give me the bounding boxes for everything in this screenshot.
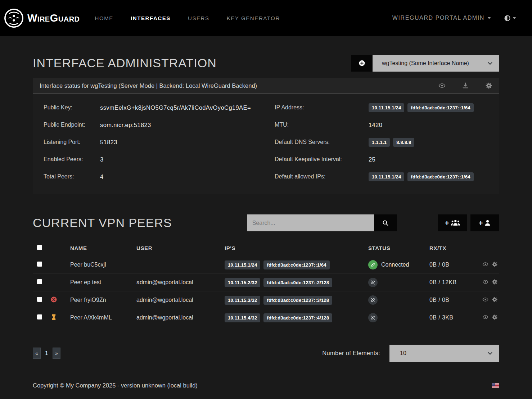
detail-value: som.nicr.ep:51823 bbox=[100, 122, 151, 128]
interface-status-card-header: Interface status for wgTesting (Server M… bbox=[33, 78, 499, 94]
peer-select-checkbox[interactable] bbox=[37, 297, 42, 302]
interface-detail-row: Default DNS Servers:1.1.1.18.8.8.8 bbox=[266, 133, 493, 151]
eye-icon[interactable] bbox=[438, 82, 446, 89]
peer-select-checkbox[interactable] bbox=[37, 279, 42, 284]
search-button[interactable] bbox=[374, 214, 397, 231]
gear-icon[interactable] bbox=[492, 314, 498, 320]
add-peers-icon bbox=[451, 219, 460, 226]
download-icon[interactable] bbox=[462, 82, 469, 89]
column-header-ips[interactable]: IP'S bbox=[225, 240, 368, 256]
peer-name: Peer A/Xk4mML bbox=[70, 309, 136, 327]
eye-icon[interactable] bbox=[482, 296, 488, 303]
peer-user: admin@wgportal.local bbox=[136, 274, 225, 291]
value-badge: 1.1.1.1 bbox=[369, 138, 390, 147]
add-multiple-peers-button[interactable]: + bbox=[438, 214, 467, 231]
peers-section-title: CURRENT VPN PEERS bbox=[33, 216, 172, 230]
eye-icon[interactable] bbox=[482, 261, 488, 267]
gear-icon[interactable] bbox=[492, 261, 498, 267]
value-badge: 8.8.8.8 bbox=[393, 138, 414, 147]
gear-icon[interactable] bbox=[492, 296, 498, 303]
brand-text: WireGuard bbox=[27, 12, 80, 24]
detail-value: 25 bbox=[369, 156, 375, 163]
value-badge: 10.11.15.1/24 bbox=[369, 103, 404, 112]
peer-rxtx: 0B / 3KB bbox=[429, 309, 478, 327]
link-slash-icon bbox=[368, 278, 378, 287]
peer-row: Peer ep testadmin@wgportal.local10.11.15… bbox=[33, 274, 499, 291]
detail-value: 1420 bbox=[369, 122, 382, 128]
elements-count-select[interactable]: 10 bbox=[389, 345, 499, 362]
detail-label: Default allowed IPs: bbox=[275, 173, 369, 180]
gear-icon[interactable] bbox=[485, 82, 492, 89]
table-header-row: NAME USER IP'S STATUS RX/TX bbox=[33, 240, 499, 256]
copyright-text: Copyright © My Company 2025 - version un… bbox=[33, 382, 198, 389]
chevron-down-icon bbox=[487, 62, 493, 65]
detail-label: Public Endpoint: bbox=[44, 122, 100, 128]
plus-circle-icon bbox=[359, 60, 365, 67]
nav-item-users[interactable]: USERS bbox=[188, 15, 209, 21]
column-header-name[interactable]: NAME bbox=[70, 240, 136, 256]
peer-name: Peer ep test bbox=[70, 274, 136, 291]
column-header-rxtx[interactable]: RX/TX bbox=[429, 240, 478, 256]
column-header-user[interactable]: USER bbox=[136, 240, 225, 256]
eye-icon[interactable] bbox=[482, 314, 488, 320]
interface-status-title: Interface status for wgTesting (Server M… bbox=[40, 82, 257, 89]
pagination-next-button[interactable]: » bbox=[53, 348, 60, 359]
detail-value: 51823 bbox=[100, 139, 117, 146]
navbar-right: WIREGUARD PORTAL ADMIN bbox=[392, 15, 516, 22]
link-icon bbox=[368, 260, 378, 269]
circle-half-theme-icon bbox=[504, 15, 511, 22]
pagination-current-page: 1 bbox=[45, 350, 48, 357]
user-menu-label: WIREGUARD PORTAL ADMIN bbox=[392, 15, 484, 21]
peer-select-checkbox[interactable] bbox=[37, 314, 42, 319]
peer-table-body: Peer buC5cxjl10.11.15.1/24fdfd:d3ad:c0de… bbox=[33, 256, 499, 327]
hourglass-icon bbox=[50, 314, 57, 321]
gear-icon[interactable] bbox=[492, 279, 498, 285]
peer-name: Peer buC5cxjl bbox=[70, 256, 136, 274]
detail-label: Default Keepalive Interval: bbox=[275, 156, 369, 163]
interface-status-card: Interface status for wgTesting (Server M… bbox=[33, 78, 499, 194]
interface-detail-row: Listening Port:51823 bbox=[39, 133, 266, 151]
ban-icon bbox=[50, 296, 57, 303]
eye-icon[interactable] bbox=[482, 279, 488, 285]
search-input[interactable] bbox=[247, 214, 374, 231]
link-slash-icon bbox=[368, 295, 378, 305]
add-interface-button[interactable] bbox=[351, 55, 373, 72]
peer-select-checkbox[interactable] bbox=[37, 262, 42, 267]
detail-label: Enabled Peers: bbox=[44, 156, 100, 163]
add-peer-button[interactable]: + bbox=[470, 214, 499, 231]
pagination-prev-button[interactable]: « bbox=[33, 348, 41, 359]
interface-detail-row: Default Keepalive Interval:25 bbox=[266, 151, 493, 168]
nav-item-home[interactable]: HOME bbox=[95, 15, 113, 21]
peer-rxtx: 0B / 12KB bbox=[429, 274, 478, 291]
detail-value: 3 bbox=[100, 156, 104, 163]
pagination: « 1 » bbox=[33, 348, 60, 359]
peer-ips: 10.11.15.2/32fdfd:d3ad:c0de:1237::2/128 bbox=[225, 274, 368, 291]
theme-toggle-dropdown[interactable] bbox=[504, 15, 516, 22]
ip-badge: fdfd:d3ad:c0de:1237::4/128 bbox=[263, 313, 332, 322]
value-badge: 10.11.15.1/24 bbox=[369, 172, 404, 181]
peer-ips: 10.11.15.3/32fdfd:d3ad:c0de:1237::3/128 bbox=[225, 291, 368, 309]
user-menu-dropdown[interactable]: WIREGUARD PORTAL ADMIN bbox=[392, 15, 491, 21]
brand[interactable]: WireGuard bbox=[4, 8, 80, 28]
column-header-status[interactable]: STATUS bbox=[368, 240, 429, 256]
footer: Copyright © My Company 2025 - version un… bbox=[33, 378, 499, 396]
peer-user: admin@wgportal.local bbox=[136, 309, 225, 327]
detail-value: 4 bbox=[100, 173, 104, 180]
caret-down-icon bbox=[513, 17, 516, 19]
ip-badge: fdfd:d3ad:c0de:1237::1/64 bbox=[263, 260, 329, 269]
value-badge: fdfd:d3ad:c0de:1237::1/64 bbox=[407, 172, 473, 181]
interface-select[interactable]: wgTesting (Some Interface Name) bbox=[373, 55, 499, 72]
interface-detail-row: Enabled Peers:3 bbox=[39, 151, 266, 168]
nav-item-key-generator[interactable]: KEY GENERATOR bbox=[227, 15, 280, 21]
nav-item-interfaces[interactable]: INTERFACES bbox=[131, 15, 171, 21]
caret-down-icon bbox=[487, 17, 491, 19]
value-badge: fdfd:d3ad:c0de:1237::1/64 bbox=[407, 103, 473, 112]
peer-user bbox=[136, 256, 225, 274]
select-all-checkbox[interactable] bbox=[37, 245, 42, 250]
interface-detail-row: Public Endpoint:som.nicr.ep:51823 bbox=[39, 116, 266, 133]
chevron-down-icon bbox=[487, 352, 493, 355]
ip-badge: 10.11.15.4/32 bbox=[225, 313, 260, 322]
detail-label: IP Address: bbox=[275, 104, 369, 111]
interface-details-left: Public Key:ssvmEelxG+k8jsNO5G7cq5r/Ak7li… bbox=[39, 99, 266, 185]
us-flag-icon[interactable] bbox=[492, 383, 499, 388]
